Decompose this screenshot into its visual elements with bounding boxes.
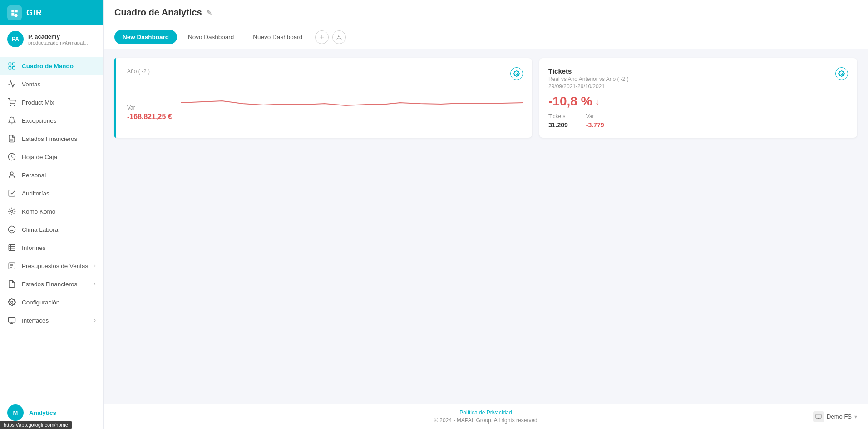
svg-point-4 — [10, 105, 11, 106]
tickets-card-header: Tickets Real vs Año Anterior vs Año ( -2… — [548, 67, 848, 90]
tickets-settings-button[interactable] — [835, 67, 848, 80]
sidebar-item-personal[interactable]: Personal — [0, 166, 103, 184]
svg-rect-0 — [9, 63, 11, 65]
estados-icon — [7, 279, 16, 289]
tab-nuevo-dashboard[interactable]: Nuevo Dashboard — [245, 30, 311, 44]
sidebar-item-label: Hoja de Caja — [22, 154, 57, 160]
sidebar-item-label: Auditorías — [22, 190, 49, 197]
sidebar-item-label: Personal — [22, 172, 46, 179]
user-info: P. academy productacademy@mapal... — [28, 33, 88, 45]
stat-var: Var -3.779 — [586, 113, 604, 129]
page-title: Cuadro de Analytics — [114, 7, 202, 18]
topbar: Cuadro de Analytics ✎ — [104, 0, 868, 25]
sidebar-item-clima-laboral[interactable]: Clima Laboral — [0, 220, 103, 239]
analytics-initial: M — [13, 409, 18, 416]
tickets-title: Tickets — [548, 67, 629, 75]
sidebar-item-interfaces[interactable]: Interfaces › — [0, 311, 103, 329]
add-tab-button[interactable]: + — [315, 30, 329, 44]
demo-label: Demo FS — [827, 413, 852, 420]
line-chart — [181, 85, 523, 121]
metric-arrow: ↓ — [595, 96, 600, 107]
tab-new-dashboard[interactable]: New Dashboard — [114, 30, 177, 44]
sidebar-item-label: Presupuestos de Ventas — [22, 263, 88, 269]
user-icon — [336, 34, 342, 40]
tickets-stat-value: 31.209 — [548, 121, 568, 129]
sidebar-item-label: Komo Komo — [22, 208, 55, 215]
sidebar-item-estados-fin[interactable]: Estados Financieros — [0, 130, 103, 148]
sales-card: Año ( -2 ) Var -168.821,25 € — [114, 58, 532, 138]
tickets-subtitle1: Real vs Año Anterior vs Año ( -2 ) — [548, 76, 629, 82]
sidebar-item-product-mix[interactable]: Product Mix — [0, 93, 103, 111]
var-stat-label: Var — [586, 113, 604, 120]
clima-icon — [7, 225, 16, 234]
presupuestos-icon — [7, 261, 16, 270]
tickets-subtitle2: 29/09/2021-29/10/2021 — [548, 83, 629, 90]
sidebar-item-label: Configuración — [22, 299, 59, 306]
analytics-label: Analytics — [29, 409, 56, 416]
sidebar-item-komo-komo[interactable]: Komo Komo — [0, 202, 103, 220]
person-icon — [7, 170, 16, 180]
user-email: productacademy@mapal... — [28, 40, 88, 45]
privacy-link[interactable]: Política de Privacidad — [459, 409, 512, 416]
copyright-text: © 2024 - MAPAL Group. All rights reserve… — [434, 417, 538, 424]
sidebar-item-label: Product Mix — [22, 99, 54, 106]
sidebar-item-configuracion[interactable]: Configuración — [0, 293, 103, 311]
svg-point-9 — [10, 172, 13, 175]
komo-icon — [7, 207, 16, 216]
svg-rect-2 — [9, 67, 11, 69]
analytics-icon: M — [7, 404, 24, 421]
sidebar-item-ventas[interactable]: Ventas — [0, 75, 103, 93]
tickets-metric: -10,8 % ↓ — [548, 94, 848, 109]
tab-novo-dashboard[interactable]: Novo Dashboard — [180, 30, 242, 44]
tickets-card: Tickets Real vs Año Anterior vs Año ( -2… — [539, 58, 857, 138]
sidebar-item-hoja-caja[interactable]: Hoja de Caja — [0, 148, 103, 166]
sidebar-user[interactable]: PA P. academy productacademy@mapal... — [0, 25, 103, 53]
sidebar-item-label: Informes — [22, 244, 46, 251]
settings-icon — [513, 70, 520, 77]
card-settings-button[interactable] — [510, 67, 523, 80]
demo-selector[interactable]: Demo FS ▾ — [813, 411, 857, 422]
sidebar-item-cuadro[interactable]: Cuadro de Mando — [0, 57, 103, 75]
sidebar-item-label: Interfaces — [22, 317, 49, 324]
sidebar-item-informes[interactable]: Informes — [0, 239, 103, 257]
svg-point-26 — [338, 35, 340, 37]
metric-value: -10,8 % — [548, 94, 592, 109]
audit-icon — [7, 189, 16, 198]
sidebar-item-presupuestos[interactable]: Presupuestos de Ventas › — [0, 257, 103, 275]
svg-rect-29 — [816, 414, 821, 418]
dashboard-icon — [7, 61, 16, 70]
page-title-area: Cuadro de Analytics ✎ — [114, 7, 857, 18]
svg-rect-3 — [13, 67, 15, 69]
chevron-right-icon: › — [94, 317, 96, 324]
url-tooltip: https://app.gotogir.com/home — [0, 421, 72, 429]
chart-area: Var -168.821,25 € — [127, 85, 523, 121]
svg-rect-14 — [9, 244, 15, 251]
app-title: GIR — [26, 8, 42, 18]
stat-tickets: Tickets 31.209 — [548, 113, 568, 129]
gear-icon — [7, 298, 16, 307]
sidebar-item-auditorias[interactable]: Auditorías — [0, 184, 103, 202]
sidebar-item-estados-fin2[interactable]: Estados Financieros › — [0, 275, 103, 293]
interfaces-icon — [7, 316, 16, 325]
chevron-right-icon: › — [94, 263, 96, 269]
tab-label: New Dashboard — [123, 34, 169, 40]
sidebar-nav: Cuadro de Mando Ventas Product Mix Excep… — [0, 53, 103, 396]
sidebar-item-label: Excepciones — [22, 117, 57, 124]
edit-icon[interactable]: ✎ — [207, 9, 212, 16]
sidebar-item-excepciones[interactable]: Excepciones — [0, 111, 103, 130]
svg-point-5 — [14, 105, 15, 106]
sidebar: GIR PA P. academy productacademy@mapal..… — [0, 0, 104, 429]
card-accent-bar — [114, 58, 116, 138]
sidebar-item-label: Cuadro de Mando — [22, 63, 74, 70]
svg-rect-1 — [13, 63, 15, 65]
user-name: P. academy — [28, 33, 88, 40]
var-section: Var -168.821,25 € — [127, 105, 172, 121]
tickets-info: Tickets Real vs Año Anterior vs Año ( -2… — [548, 67, 629, 90]
logo-icon — [7, 5, 22, 20]
tab-user-button[interactable] — [332, 30, 346, 44]
tickets-stats: Tickets 31.209 Var -3.779 — [548, 113, 848, 129]
dashboard-content: Año ( -2 ) Var -168.821,25 € — [104, 49, 868, 404]
sidebar-item-label: Estados Financieros — [22, 281, 77, 288]
sidebar-item-label: Ventas — [22, 81, 40, 88]
chevron-right-icon: › — [94, 281, 96, 287]
